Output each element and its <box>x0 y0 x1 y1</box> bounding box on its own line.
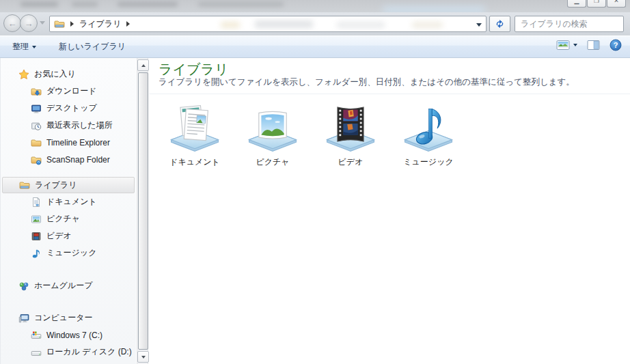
sidebar-item-windows7-c-drive[interactable]: Windows 7 (C:) <box>1 326 136 344</box>
sidebar-item-timeline-explorer[interactable]: Timeline Explorer <box>1 134 136 151</box>
library-label: ミュージック <box>403 156 453 168</box>
explorer-window: ▁ ❐ ✕ ← → ライブラリ <box>0 0 630 364</box>
close-button[interactable]: ✕ <box>607 0 626 8</box>
library-label: ドキュメント <box>169 156 220 168</box>
views-button[interactable] <box>556 40 577 51</box>
scroll-up-button[interactable] <box>137 59 149 71</box>
window-body: お気に入り ダウンロード デスクトップ <box>0 58 630 364</box>
library-label: ピクチャ <box>256 156 289 168</box>
svg-text:?: ? <box>614 41 618 49</box>
forward-button[interactable]: → <box>20 14 38 32</box>
back-button[interactable]: ← <box>3 14 21 32</box>
addressbar-smudge <box>412 22 443 28</box>
sidebar-label: ドキュメント <box>46 196 97 208</box>
picture-icon <box>31 214 42 225</box>
addressbar-smudge <box>337 22 385 28</box>
document-icon <box>31 197 42 208</box>
organize-button[interactable]: 整理 <box>7 40 42 54</box>
addressbar-smudge <box>221 22 240 28</box>
views-icon <box>556 40 570 51</box>
sidebar-item-downloads[interactable]: ダウンロード <box>1 83 136 100</box>
sidebar-label: ミュージック <box>46 247 96 259</box>
sidebar-label: Windows 7 (C:) <box>46 331 102 340</box>
sidebar-label: ScanSnap Folder <box>46 155 110 165</box>
video-icon <box>31 231 42 242</box>
libraries-icon <box>54 18 65 29</box>
sidebar-item-homegroup[interactable]: ホームグループ <box>1 277 136 294</box>
breadcrumb-root[interactable]: ライブラリ <box>79 18 121 30</box>
desktop-icon <box>31 103 42 114</box>
sidebar-label: ピクチャ <box>46 213 80 225</box>
sidebar-label: お気に入り <box>34 68 76 80</box>
title-bar[interactable]: ▁ ❐ ✕ <box>0 0 630 12</box>
header-separator <box>149 94 630 94</box>
refresh-button[interactable] <box>489 16 510 32</box>
sidebar-item-documents[interactable]: ドキュメント <box>1 193 136 210</box>
sidebar-item-libraries[interactable]: ライブラリ <box>2 177 135 193</box>
recent-places-icon <box>31 120 42 131</box>
content-pane: ライブラリ ライブラリを開いてファイルを表示し、フォルダー別、日付別、またはその… <box>149 58 630 364</box>
address-bar[interactable]: ライブラリ <box>49 16 487 32</box>
sidebar-gap <box>1 168 136 177</box>
library-label: ビデオ <box>338 156 364 168</box>
library-item-videos[interactable]: ビデオ <box>312 102 389 168</box>
library-item-music[interactable]: ミュージック <box>389 102 467 168</box>
page-title: ライブラリ <box>159 60 228 79</box>
restore-button[interactable]: ❐ <box>587 0 606 8</box>
breadcrumb-arrow-icon[interactable] <box>70 21 74 27</box>
triangle-down-icon <box>141 356 146 359</box>
search-box <box>515 16 624 32</box>
command-toolbar: 整理 新しいライブラリ ? <box>0 36 630 58</box>
organize-label: 整理 <box>12 41 29 53</box>
recent-pages-chevron-icon[interactable] <box>40 21 45 25</box>
sidebar-label: ホームグループ <box>34 280 92 292</box>
chevron-down-icon <box>573 44 577 46</box>
preview-pane-button[interactable] <box>587 40 600 51</box>
sidebar-item-videos[interactable]: ビデオ <box>1 227 136 244</box>
window-controls: ▁ ❐ ✕ <box>567 0 626 8</box>
computer-icon <box>18 313 29 324</box>
download-folder-icon <box>31 86 42 97</box>
sidebar-item-favorites[interactable]: お気に入り <box>1 66 136 83</box>
search-input[interactable] <box>515 19 629 29</box>
addressbar-smudge <box>255 20 313 28</box>
help-button[interactable]: ? <box>610 39 622 51</box>
titlebar-smudge <box>118 1 178 7</box>
page-description: ライブラリを開いてファイルを表示し、フォルダー別、日付別、またはその他の基準に従… <box>159 76 575 88</box>
library-item-documents[interactable]: ドキュメント <box>156 102 234 168</box>
chevron-down-icon <box>32 46 36 48</box>
sidebar-label: 最近表示した場所 <box>46 120 113 131</box>
scroll-down-button[interactable] <box>137 351 149 363</box>
sidebar-label: デスクトップ <box>46 102 97 114</box>
sidebar-item-desktop[interactable]: デスクトップ <box>1 100 136 117</box>
sidebar-item-pictures[interactable]: ピクチャ <box>1 210 136 227</box>
triangle-up-icon <box>141 64 146 67</box>
titlebar-smudge <box>72 1 98 7</box>
sidebar-item-computer[interactable]: コンピューター <box>1 309 136 326</box>
address-dropdown-icon[interactable] <box>476 23 482 27</box>
vertical-scrollbar[interactable] <box>137 58 148 364</box>
titlebar-smudge <box>20 1 58 7</box>
sidebar-item-local-disk-d-drive[interactable]: ローカル ディスク (D:) <box>1 344 136 361</box>
sidebar-item-music[interactable]: ミュージック <box>1 244 136 262</box>
drive-icon <box>31 347 42 358</box>
new-library-label: 新しいライブラリ <box>59 41 126 53</box>
minimize-button[interactable]: ▁ <box>567 0 586 8</box>
pictures-library-icon <box>247 102 299 154</box>
library-grid: ドキュメント ピクチャ <box>156 102 467 168</box>
navigation-pane: お気に入り ダウンロード デスクトップ <box>0 58 136 364</box>
titlebar-smudge <box>383 7 485 12</box>
star-icon <box>18 69 29 80</box>
breadcrumb-arrow-icon[interactable] <box>126 21 130 27</box>
back-arrow-icon: ← <box>8 19 17 28</box>
documents-library-icon <box>169 102 221 154</box>
sidebar-label: Timeline Explorer <box>46 138 110 148</box>
libraries-icon <box>19 180 30 191</box>
new-library-button[interactable]: 新しいライブラリ <box>53 40 131 54</box>
scrollbar-thumb[interactable] <box>138 72 148 350</box>
library-item-pictures[interactable]: ピクチャ <box>234 102 312 168</box>
titlebar-smudge <box>198 1 284 7</box>
sidebar-item-scansnap-folder[interactable]: ScanSnap Folder <box>1 151 136 168</box>
sidebar-item-recent-places[interactable]: 最近表示した場所 <box>1 117 136 134</box>
music-library-icon <box>402 102 454 154</box>
